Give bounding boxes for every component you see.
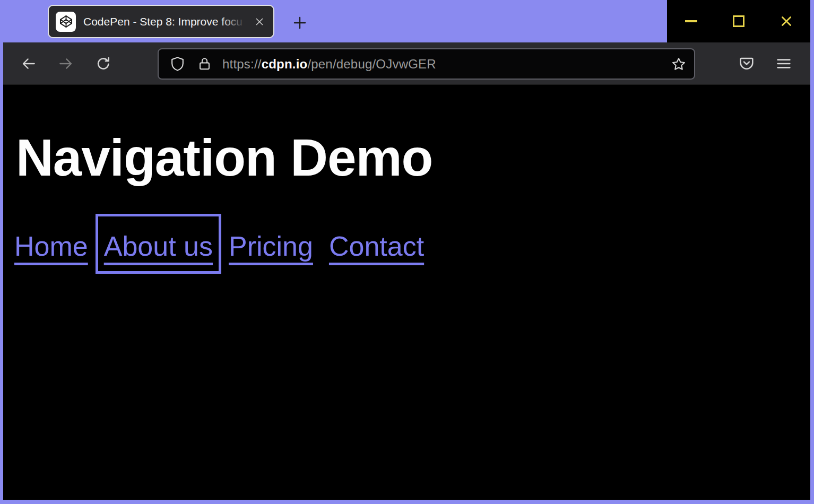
maximize-button[interactable]	[715, 0, 763, 42]
nav-link-contact[interactable]: Contact	[323, 216, 430, 271]
tracking-protection-shield-icon[interactable]	[169, 56, 186, 72]
page-content: Navigation Demo HomeAbout usPricingConta…	[3, 85, 810, 500]
page-title: Navigation Demo	[16, 128, 810, 188]
forward-button[interactable]	[54, 52, 77, 75]
nav-link-pricing[interactable]: Pricing	[223, 216, 319, 271]
navigation-toolbar: https://cdpn.io/pen/debug/OJvwGER	[3, 42, 810, 85]
browser-window: CodePen - Step 8: Improve focu	[0, 0, 814, 504]
back-button[interactable]	[17, 52, 40, 75]
minimize-button[interactable]	[667, 0, 715, 42]
pocket-button[interactable]	[735, 52, 758, 75]
minimize-icon	[685, 20, 697, 22]
nav-link-home[interactable]: Home	[8, 216, 94, 271]
url-bar[interactable]: https://cdpn.io/pen/debug/OJvwGER	[158, 48, 695, 80]
tab-bar: CodePen - Step 8: Improve focu	[3, 0, 810, 42]
star-icon	[671, 56, 687, 72]
pocket-icon	[738, 55, 755, 72]
plus-icon	[292, 15, 308, 31]
nav-link-about-us[interactable]: About us	[98, 216, 219, 271]
url-text: https://cdpn.io/pen/debug/OJvwGER	[222, 57, 668, 72]
window-controls	[667, 0, 810, 42]
back-arrow-icon	[20, 55, 37, 72]
new-tab-button[interactable]	[291, 14, 308, 31]
url-domain: cdpn.io	[262, 57, 308, 71]
hamburger-menu-icon	[775, 55, 792, 72]
codepen-logo-icon	[56, 12, 76, 32]
url-scheme: https://	[222, 57, 262, 71]
url-path: /pen/debug/OJvwGER	[307, 57, 436, 71]
reload-button[interactable]	[92, 52, 115, 75]
tab-close-icon[interactable]	[252, 14, 267, 29]
reload-icon	[95, 55, 112, 72]
close-icon	[780, 14, 793, 28]
page-nav: HomeAbout usPricingContact	[8, 216, 810, 271]
maximize-icon	[733, 15, 744, 27]
forward-arrow-icon	[57, 55, 74, 72]
bookmark-star-button[interactable]	[668, 53, 690, 75]
app-menu-button[interactable]	[772, 52, 795, 75]
close-button[interactable]	[763, 0, 810, 42]
padlock-icon[interactable]	[186, 56, 212, 72]
browser-tab[interactable]: CodePen - Step 8: Improve focu	[48, 5, 274, 38]
tab-title: CodePen - Step 8: Improve focu	[83, 15, 250, 28]
